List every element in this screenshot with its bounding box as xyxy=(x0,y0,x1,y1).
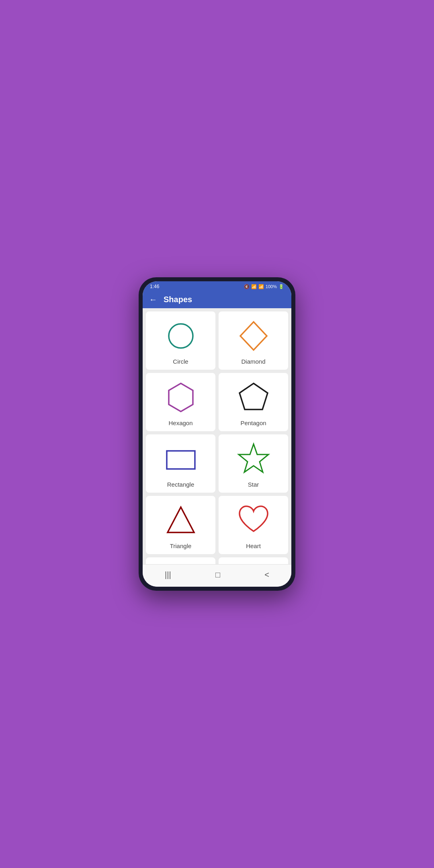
triangle-label: Triangle xyxy=(170,542,192,549)
svg-marker-3 xyxy=(240,383,268,409)
phone-frame: 1:46 🔇 📶 📶 100% 🔋 ← Shapes xyxy=(139,277,295,591)
triangle-svg xyxy=(163,502,199,538)
svg-rect-4 xyxy=(167,451,195,469)
rectangle-label: Rectangle xyxy=(167,481,194,488)
battery-percent: 100% xyxy=(266,284,277,289)
circle-label: Circle xyxy=(173,358,188,365)
wifi-icon: 📶 xyxy=(251,284,257,289)
nav-bar: ||| □ < xyxy=(143,564,291,587)
hexagon-svg xyxy=(163,379,199,416)
app-bar: ← Shapes xyxy=(143,291,291,308)
heart-svg xyxy=(235,502,272,538)
hexagon-label: Hexagon xyxy=(168,420,192,426)
svg-marker-6 xyxy=(168,507,194,532)
svg-point-0 xyxy=(169,324,193,348)
shape-card-partial-square[interactable] xyxy=(146,557,215,564)
shape-card-partial-zigzag[interactable] xyxy=(219,557,288,564)
svg-marker-2 xyxy=(169,383,193,411)
home-button[interactable]: □ xyxy=(207,569,228,581)
shape-card-hexagon[interactable]: Hexagon xyxy=(146,373,215,431)
shape-card-star[interactable]: Star xyxy=(219,434,288,493)
status-bar: 1:46 🔇 📶 📶 100% 🔋 xyxy=(143,281,291,291)
shapes-content: Circle Diamond Hexagon xyxy=(143,308,291,564)
rectangle-svg xyxy=(163,441,199,477)
shape-card-diamond[interactable]: Diamond xyxy=(219,311,288,370)
partial-square-svg xyxy=(163,561,199,564)
diamond-label: Diamond xyxy=(241,358,265,365)
shape-card-triangle[interactable]: Triangle xyxy=(146,496,215,554)
app-title: Shapes xyxy=(164,295,192,304)
diamond-svg xyxy=(235,318,272,354)
phone-screen: 1:46 🔇 📶 📶 100% 🔋 ← Shapes xyxy=(143,281,291,587)
status-time: 1:46 xyxy=(150,284,159,289)
recent-apps-button[interactable]: ||| xyxy=(157,569,179,581)
svg-marker-5 xyxy=(239,444,268,472)
back-button[interactable]: ← xyxy=(149,295,157,304)
back-nav-button[interactable]: < xyxy=(256,569,277,581)
status-icons: 🔇 📶 📶 100% 🔋 xyxy=(244,284,284,289)
signal-icon: 📶 xyxy=(258,284,264,289)
pentagon-label: Pentagon xyxy=(240,420,266,426)
shape-card-circle[interactable]: Circle xyxy=(146,311,215,370)
mute-icon: 🔇 xyxy=(244,284,250,289)
shapes-grid: Circle Diamond Hexagon xyxy=(146,311,288,564)
star-svg xyxy=(235,441,272,477)
svg-marker-1 xyxy=(240,322,267,350)
star-label: Star xyxy=(248,481,259,488)
shape-card-rectangle[interactable]: Rectangle xyxy=(146,434,215,493)
shape-card-pentagon[interactable]: Pentagon xyxy=(219,373,288,431)
shape-card-heart[interactable]: Heart xyxy=(219,496,288,554)
circle-svg xyxy=(163,318,199,354)
heart-label: Heart xyxy=(246,542,261,549)
pentagon-svg xyxy=(235,379,272,416)
partial-zigzag-svg xyxy=(235,561,272,564)
battery-icon: 🔋 xyxy=(278,284,284,289)
